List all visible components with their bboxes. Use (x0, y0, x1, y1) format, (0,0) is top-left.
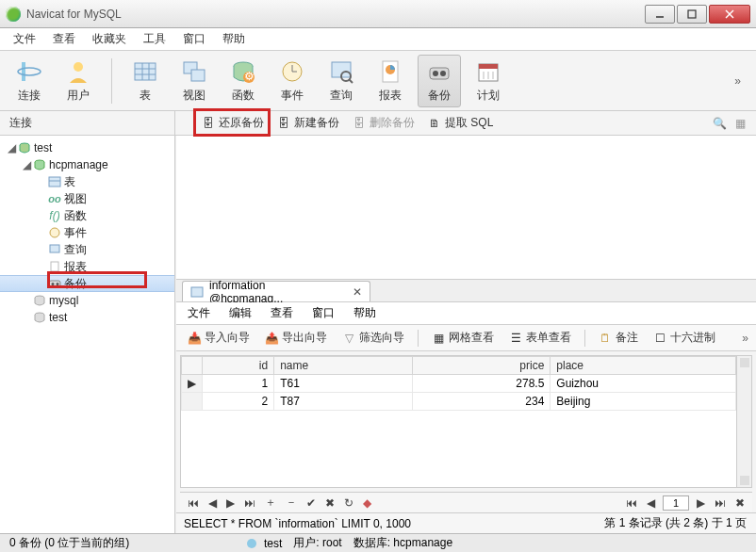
svg-point-41 (52, 283, 55, 285)
menu-tools[interactable]: 工具 (143, 31, 166, 47)
table-row[interactable]: ▶1T61278.5Guizhou (182, 375, 736, 393)
panel-menu-file[interactable]: 文件 (188, 305, 210, 321)
tree-node-dbgrey-9[interactable]: mysql (0, 292, 174, 309)
action-restore-backup[interactable]: 🗄 还原备份 (202, 115, 264, 131)
import-wizard-button[interactable]: 📥导入向导 (184, 328, 254, 348)
cell-place[interactable]: Guizhou (551, 375, 736, 393)
nav-refresh[interactable]: ↻ (342, 496, 355, 510)
hex-button[interactable]: ☐十六进制 (649, 328, 719, 348)
toolbar-view[interactable]: 视图 (173, 55, 216, 107)
tree-node-backup-8[interactable]: 备份 (0, 275, 174, 292)
toolbar-function[interactable]: ⚙ 函数 (222, 55, 265, 107)
nav-next[interactable]: ▶ (224, 496, 237, 510)
grid-vertical-scrollbar[interactable] (736, 356, 751, 487)
record-navigator: ⏮ ◀ ▶ ⏭ ＋ － ✔ ✖ ↻ ◆ ⏮ ◀ ▶ ⏭ ✖ (180, 492, 752, 512)
tree-node-event-5[interactable]: 事件 (0, 224, 174, 241)
sidebar-header-label: 连接 (0, 111, 175, 135)
action-new-backup[interactable]: 🗄 新建备份 (277, 115, 339, 131)
dbgrey-icon (32, 294, 47, 307)
toolbar-backup[interactable]: 备份 (418, 55, 461, 107)
connection-tree[interactable]: ◢test◢hcpmanage表oo视图f()函数事件查询报表备份mysqlte… (0, 136, 175, 533)
tree-node-table-2[interactable]: 表 (0, 173, 174, 190)
toolbar-user[interactable]: 用户 (57, 55, 100, 107)
tab-close-icon[interactable]: ✕ (347, 285, 362, 299)
nav-delete[interactable]: － (284, 495, 299, 511)
tab-information[interactable]: information @hcpmanag... ✕ (182, 281, 370, 301)
window-close-button[interactable] (709, 5, 750, 24)
cell-price[interactable]: 278.5 (412, 375, 551, 393)
nav-first[interactable]: ⏮ (186, 496, 201, 510)
tree-node-view-3[interactable]: oo视图 (0, 190, 174, 207)
view-mode-icon[interactable]: ▦ (733, 117, 747, 130)
toolbar-report[interactable]: 报表 (369, 55, 412, 107)
menu-view[interactable]: 查看 (53, 31, 75, 47)
memo-button[interactable]: 🗒备注 (595, 328, 642, 348)
page-first[interactable]: ⏮ (624, 496, 639, 510)
sub-toolbar: 连接 🗄 还原备份 🗄 新建备份 🗄 删除备份 🗎 提取 SQL 🔍 ▦ (0, 111, 756, 136)
grid-view-button[interactable]: ▦网格查看 (428, 328, 498, 348)
table-row[interactable]: 2T87234Beijing (182, 393, 736, 411)
cell-place[interactable]: Beijing (551, 393, 736, 411)
panel-toolbar-overflow[interactable]: » (742, 332, 748, 345)
nav-commit[interactable]: ✔ (304, 496, 318, 510)
toolbar-overflow[interactable]: » (734, 74, 748, 88)
db-icon (17, 141, 32, 154)
table-tab-icon (190, 285, 204, 299)
export-wizard-button[interactable]: 📤导出向导 (261, 328, 331, 348)
menu-help[interactable]: 帮助 (222, 31, 245, 47)
tree-node-schema-1[interactable]: ◢hcpmanage (0, 156, 174, 173)
cell-name[interactable]: T87 (274, 393, 413, 411)
extract-sql-icon: 🗎 (428, 117, 441, 130)
panel-menu-window[interactable]: 窗口 (312, 305, 335, 321)
col-name[interactable]: name (274, 357, 413, 375)
cell-id[interactable]: 1 (203, 375, 274, 393)
col-price[interactable]: price (412, 357, 551, 375)
col-id[interactable]: id (203, 357, 274, 375)
menu-window[interactable]: 窗口 (183, 31, 205, 47)
user-icon (64, 57, 92, 86)
panel-menu-edit[interactable]: 编辑 (229, 305, 252, 321)
menu-fav[interactable]: 收藏夹 (92, 31, 126, 47)
tree-node-func-4[interactable]: f()函数 (0, 207, 174, 224)
action-delete-backup[interactable]: 🗄 删除备份 (353, 115, 415, 131)
action-extract-sql[interactable]: 🗎 提取 SQL (428, 115, 493, 131)
tree-twisty[interactable]: ◢ (21, 158, 32, 171)
page-settings-icon[interactable]: ✖ (733, 496, 747, 510)
data-grid[interactable]: idnamepriceplace ▶1T61278.5Guizhou2T8723… (180, 355, 752, 488)
cell-id[interactable]: 2 (203, 393, 274, 411)
nav-prev[interactable]: ◀ (206, 496, 219, 510)
window-maximize-button[interactable] (677, 5, 707, 24)
tree-node-report-7[interactable]: 报表 (0, 258, 174, 275)
toolbar-connection[interactable]: 连接 (8, 55, 51, 107)
status-record-info: 第 1 条记录 (共 2 条) 于 1 页 (595, 515, 756, 531)
cell-name[interactable]: T61 (274, 375, 413, 393)
panel-menu-view[interactable]: 查看 (271, 305, 293, 321)
col-place[interactable]: place (551, 357, 736, 375)
nav-stop[interactable]: ◆ (361, 496, 373, 510)
search-icon[interactable]: 🔍 (713, 117, 726, 130)
nav-add[interactable]: ＋ (263, 495, 278, 511)
menu-file[interactable]: 文件 (13, 31, 36, 47)
page-number-input[interactable] (663, 495, 689, 511)
tree-node-dbgrey-10[interactable]: test (0, 309, 174, 326)
nav-last[interactable]: ⏭ (242, 496, 257, 510)
window-minimize-button[interactable] (645, 5, 675, 24)
app-menubar: 文件 查看 收藏夹 工具 窗口 帮助 (0, 28, 756, 51)
page-prev[interactable]: ◀ (645, 496, 657, 510)
tree-node-query-6[interactable]: 查询 (0, 241, 174, 258)
svg-point-42 (57, 283, 59, 285)
panel-menu-help[interactable]: 帮助 (353, 305, 376, 321)
tree-node-db-0[interactable]: ◢test (0, 139, 174, 156)
toolbar-event[interactable]: 事件 (271, 55, 314, 107)
cell-price[interactable]: 234 (412, 393, 551, 411)
toolbar-schedule[interactable]: 计划 (467, 55, 510, 107)
page-next[interactable]: ▶ (695, 496, 707, 510)
toolbar-table[interactable]: 表 (123, 55, 167, 107)
nav-cancel[interactable]: ✖ (323, 496, 337, 510)
page-last[interactable]: ⏭ (713, 496, 728, 510)
form-view-button[interactable]: ☰表单查看 (505, 328, 575, 348)
filter-wizard-button[interactable]: ▽筛选向导 (338, 328, 408, 348)
tree-twisty[interactable]: ◢ (6, 141, 17, 154)
report-icon (47, 260, 62, 273)
toolbar-query[interactable]: 查询 (320, 55, 363, 107)
